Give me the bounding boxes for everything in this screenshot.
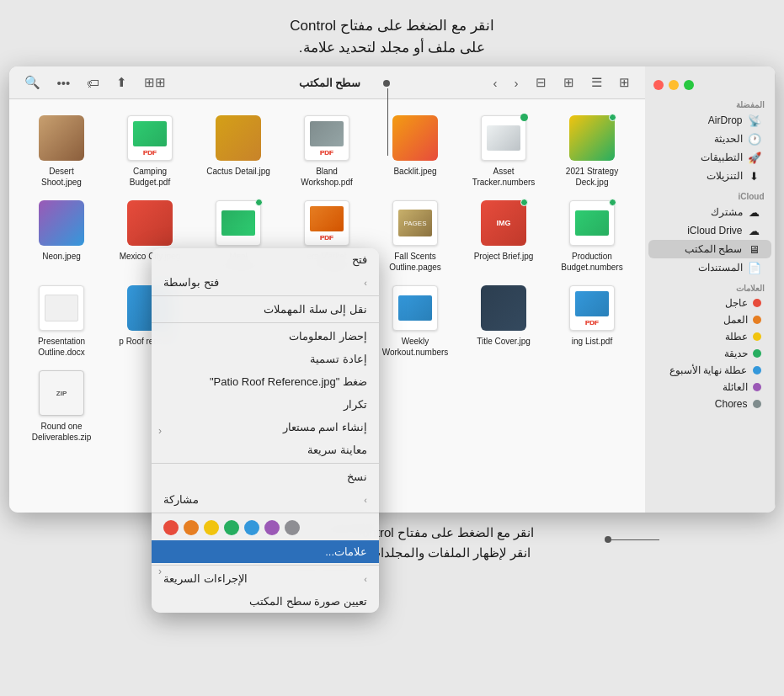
file-icon: ZIP — [36, 368, 87, 418]
menu-item-rename[interactable]: إعادة تسمية — [152, 348, 379, 370]
menu-item-get-info[interactable]: إحضار المعلومات — [152, 325, 379, 348]
sidebar-item-tag-chores[interactable]: Chores — [648, 396, 771, 412]
sidebar-item-icloud-drive[interactable]: ☁ iCloud Drive — [648, 221, 771, 240]
search-button[interactable]: 🔍 — [19, 72, 45, 93]
menu-item-share[interactable]: › مشاركة — [152, 488, 379, 511]
file-item[interactable]: ZIP Round one Deliverables.zip — [18, 363, 106, 448]
tag-work-dot — [753, 316, 761, 324]
file-item[interactable]: PDF Camping Budget.pdf — [106, 108, 195, 193]
file-label: Neon.jpeg — [42, 251, 81, 262]
forward-button[interactable]: › — [509, 72, 524, 93]
color-red[interactable] — [163, 520, 179, 535]
file-icon — [478, 283, 529, 333]
back-button[interactable]: ‹ — [488, 72, 503, 93]
menu-item-tags[interactable]: علامات... — [152, 540, 379, 563]
file-label: Camping Budget.pdf — [116, 166, 184, 188]
menu-item-make-alias[interactable]: إنشاء اسم مستعار — [152, 416, 379, 438]
color-yellow[interactable] — [204, 520, 219, 535]
file-icon: PDF — [301, 113, 352, 163]
view-list-button[interactable]: ☰ — [586, 72, 607, 93]
color-green[interactable] — [224, 520, 239, 535]
sidebar-item-airdrop[interactable]: 📡 AirDrop — [648, 111, 771, 130]
sidebar-item-downloads[interactable]: ⬇ التنزيلات — [648, 167, 771, 185]
file-label: Title Cover.jpg — [477, 336, 531, 347]
file-item[interactable]: PAGES Fall Scents Outline.pages — [371, 193, 460, 278]
file-icon — [213, 113, 264, 163]
minimize-button[interactable] — [669, 80, 679, 90]
close-button[interactable] — [653, 80, 664, 90]
view-icons-button[interactable]: ⊞⊞ — [139, 72, 171, 93]
file-item[interactable]: Desert Shoot.jpeg — [18, 108, 106, 193]
color-gray[interactable] — [285, 520, 300, 535]
menu-item-duplicate[interactable]: تكرار — [152, 393, 379, 416]
file-item[interactable]: Title Cover.jpg — [460, 278, 548, 363]
file-label: Project Brief.jpg — [474, 251, 534, 262]
file-item[interactable]: PDF ing List.pdf — [548, 278, 637, 363]
file-item[interactable]: 2021 Strategy Deck.jpg — [548, 108, 637, 193]
file-item[interactable]: PDF Bland Workshop.pdf — [283, 108, 371, 193]
menu-separator — [152, 513, 379, 513]
sidebar-item-applications[interactable]: 🚀 التطبيقات — [648, 148, 771, 167]
favorites-label: المفضلة — [645, 93, 775, 111]
view-gallery-button[interactable]: ⊞ — [614, 72, 635, 93]
file-item[interactable]: Cactus Detail.jpg — [195, 108, 283, 193]
file-item[interactable]: Neon.jpeg — [18, 193, 106, 278]
sidebar-item-tag-work[interactable]: العمل — [648, 311, 771, 328]
menu-item-open-with[interactable]: › فتح بواسطة — [152, 271, 379, 294]
menu-item-quick-actions[interactable]: › الإجراءات السريعة — [152, 567, 379, 590]
sidebar-item-documents[interactable]: 📄 المستندات — [648, 258, 771, 277]
file-label: Asset Tracker.numbers — [470, 166, 537, 188]
more-button[interactable]: ••• — [52, 72, 76, 93]
file-label: ing List.pdf — [572, 336, 612, 347]
sidebar-item-tag-urgent[interactable]: عاجل — [648, 295, 771, 311]
file-item[interactable]: Production Budget.numbers — [548, 193, 637, 278]
color-orange[interactable] — [184, 520, 199, 535]
file-item[interactable]: Backlit.jpeg — [371, 108, 460, 193]
menu-item-quick-look[interactable]: معاينة سريعة — [152, 438, 379, 461]
icloud-drive-icon: ☁ — [748, 224, 761, 237]
file-item[interactable]: Presentation Outline.docx — [18, 278, 106, 363]
sidebar-item-recent[interactable]: 🕐 الحديثة — [648, 130, 771, 148]
airdrop-icon: 📡 — [748, 114, 761, 127]
tag-weekend-dot — [753, 366, 761, 375]
color-blue[interactable] — [244, 520, 259, 535]
menu-item-copy[interactable]: نسخ — [152, 465, 379, 488]
file-label: Desert Shoot.jpeg — [28, 166, 95, 188]
file-icon — [125, 198, 175, 248]
file-item[interactable]: IMG Project Brief.jpg — [460, 193, 548, 278]
file-icon: PAGES — [390, 198, 440, 248]
menu-separator — [152, 295, 379, 296]
sidebar-item-tag-family[interactable]: العائلة — [648, 379, 771, 396]
view-columns-button[interactable]: ⊞ — [558, 72, 579, 93]
sidebar-item-tag-new[interactable]: حديقة — [648, 345, 771, 362]
menu-item-open[interactable]: فتح — [152, 248, 379, 271]
annotation-top: انقر مع الضغط على مفتاح Control على ملف … — [0, 0, 784, 66]
menu-item-move-trash[interactable]: نقل إلى سلة المهملات — [152, 298, 379, 321]
file-item-weekly-workout[interactable]: Weekly Workout.numbers — [371, 278, 460, 363]
tag-family-dot — [753, 383, 761, 391]
share-button[interactable]: ⬆ — [111, 72, 132, 93]
menu-item-set-desktop[interactable]: تعيين صورة سطح المكتب — [152, 590, 379, 613]
file-label: Weekly Workout.numbers — [381, 336, 449, 358]
file-icon — [36, 198, 87, 248]
file-icon — [213, 198, 264, 248]
sidebar-item-desktop[interactable]: 🖥 سطح المكتب — [648, 240, 771, 258]
file-icon: PDF — [125, 113, 175, 163]
file-label: Fall Scents Outline.pages — [381, 251, 449, 273]
menu-colors-row — [152, 515, 379, 540]
color-purple[interactable] — [264, 520, 280, 535]
sidebar-item-shared[interactable]: ☁ مشترك — [648, 203, 771, 221]
open-with-arrow: › — [364, 278, 367, 288]
connector-line — [387, 88, 388, 156]
view-split-button[interactable]: ⊟ — [531, 72, 552, 93]
tag-button[interactable]: 🏷 — [82, 72, 104, 93]
recent-icon: 🕐 — [748, 132, 761, 146]
sidebar-item-tag-weekend[interactable]: عطلة نهاية الأسبوع — [648, 362, 771, 379]
menu-item-compress[interactable]: ضغط "Patio Roof Reference.jpg" — [152, 370, 379, 393]
tag-chores-dot — [753, 400, 761, 408]
maximize-button[interactable] — [684, 80, 694, 90]
tag-urgent-dot — [753, 299, 761, 307]
file-item[interactable]: Asset Tracker.numbers — [460, 108, 548, 193]
sidebar-item-tag-holiday[interactable]: عطلة — [648, 328, 771, 345]
file-icon — [478, 113, 529, 163]
